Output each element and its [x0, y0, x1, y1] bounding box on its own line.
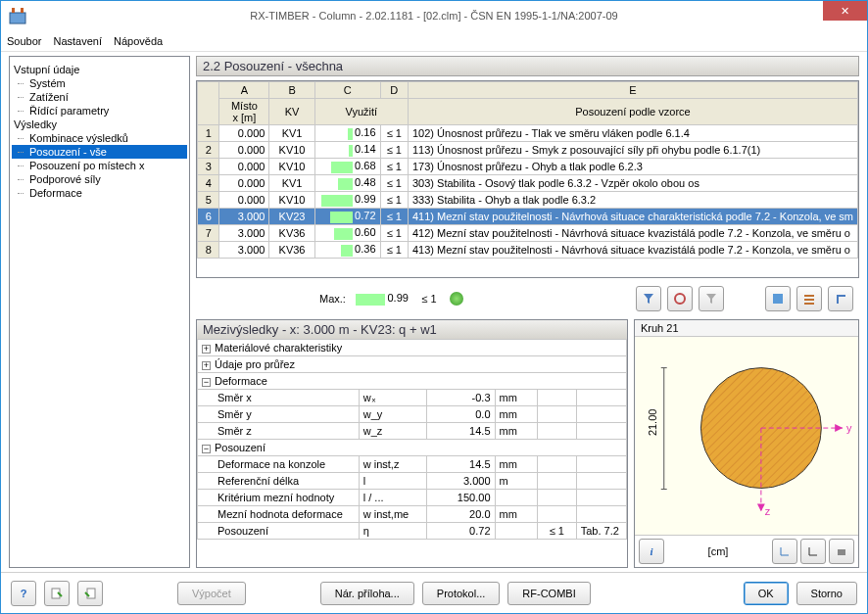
panel-title: 2.2 Posouzení - všechna: [196, 56, 859, 76]
results-grid[interactable]: A B C D E Místox [m] KV Využití Posouzen…: [196, 80, 859, 278]
col-location: Místox [m]: [219, 99, 269, 125]
ok-icon: [450, 292, 463, 306]
export-button-2[interactable]: [77, 581, 103, 606]
info-button[interactable]: i: [639, 539, 664, 564]
view-button-1[interactable]: [765, 286, 791, 311]
help-button[interactable]: ?: [11, 581, 36, 606]
max-label: Max.:: [319, 293, 346, 305]
detail-row: Směr yw_y0.0mm: [198, 406, 627, 423]
filter-button-2[interactable]: [667, 286, 693, 311]
summary-row: Max.: 0.99 ≤ 1: [196, 282, 859, 315]
tree-item-deformations[interactable]: Deformace: [12, 186, 187, 200]
table-row[interactable]: 50.000KV100.99≤ 1333) Stabilita - Ohyb a…: [198, 192, 858, 209]
tree-item-assessment-x[interactable]: Posouzení po místech x: [12, 159, 187, 172]
svg-rect-0: [10, 13, 25, 24]
svg-rect-4: [773, 294, 783, 304]
svg-point-3: [675, 294, 685, 304]
menubar: Soubor Nastavení Nápověda: [1, 30, 867, 52]
close-button[interactable]: ✕: [823, 1, 867, 21]
table-row[interactable]: 83.000KV360.36≤ 1413) Mezní stav použite…: [198, 242, 858, 259]
expand-geometry-icon[interactable]: +: [202, 361, 211, 370]
tree-group-input[interactable]: Vstupní údaje: [12, 63, 187, 76]
menu-file[interactable]: Soubor: [7, 35, 41, 47]
view-button-3[interactable]: [828, 286, 853, 311]
filter-button-3[interactable]: [699, 286, 724, 311]
menu-help[interactable]: Nápověda: [114, 35, 163, 47]
svg-rect-7: [804, 303, 814, 305]
detail-row: Směr zw_z14.5mm: [198, 423, 627, 440]
svg-text:z: z: [765, 505, 771, 517]
detail-row: Deformace na konzolew inst,z14.5mm: [198, 456, 627, 473]
details-panel: Mezivýsledky - x: 3.000 m - KV23: q + w1…: [196, 319, 628, 568]
viewer-title: Kruh 21: [635, 320, 858, 337]
detail-row: Referenční délkal3.000m: [198, 473, 627, 490]
table-row[interactable]: 10.000KV10.16≤ 1102) Únosnost průřezu - …: [198, 125, 858, 142]
tree-item-assessment-all[interactable]: Posouzení - vše: [12, 145, 187, 159]
diameter-label: 21.00: [647, 409, 658, 436]
expand-deformation-icon[interactable]: −: [202, 378, 211, 387]
svg-rect-20: [838, 549, 845, 555]
view-button-2[interactable]: [796, 286, 822, 311]
col-use: Využití: [314, 99, 408, 125]
protocol-button[interactable]: Protokol...: [422, 582, 501, 605]
tree-item-system[interactable]: Systém: [12, 76, 187, 90]
table-row[interactable]: 63.000KV230.72≤ 1411) Mezní stav použite…: [198, 209, 858, 225]
detail-row: Posouzeníη0.72≤ 1Tab. 7.2: [198, 523, 627, 540]
expand-material-icon[interactable]: +: [202, 345, 211, 354]
ok-button[interactable]: OK: [744, 582, 789, 605]
tree-item-load[interactable]: Zatížení: [12, 90, 187, 104]
svg-rect-6: [804, 299, 814, 301]
detail-row: Směr xwₓ-0.3mm: [198, 390, 627, 406]
section-canvas[interactable]: 21.00 y z: [635, 337, 858, 535]
window-title: RX-TIMBER - Column - 2.02.1181 - [02.clm…: [250, 10, 617, 22]
svg-marker-15: [835, 424, 843, 432]
app-icon: [9, 7, 26, 24]
menu-settings[interactable]: Nastavení: [53, 35, 102, 47]
national-annex-button[interactable]: Nár. příloha...: [320, 582, 414, 605]
expand-assessment-icon[interactable]: −: [202, 445, 211, 453]
detail-row: Kritérium mezní hodnotyl / ...150.00: [198, 490, 627, 506]
dimension-button[interactable]: [800, 539, 826, 564]
table-row[interactable]: 73.000KV360.60≤ 1412) Mezní stav použite…: [198, 225, 858, 242]
cancel-button[interactable]: Storno: [796, 582, 857, 605]
detail-row: Mezní hodnota deformacew inst,me20.0mm: [198, 506, 627, 523]
section-viewer: Kruh 21 21.00 y z i: [634, 319, 859, 568]
print-section-button[interactable]: [829, 539, 854, 564]
export-button-1[interactable]: [44, 581, 70, 606]
col-formula: Posouzení podle vzorce: [409, 99, 858, 125]
viewer-unit: [cm]: [708, 545, 729, 557]
nav-tree: Vstupní údaje Systém Zatížení Řídící par…: [9, 56, 190, 568]
bottom-bar: ? Výpočet Nár. příloha... Protokol... RF…: [1, 572, 867, 613]
calc-button[interactable]: Výpočet: [177, 582, 246, 605]
filter-button-1[interactable]: [636, 286, 661, 311]
table-row[interactable]: 20.000KV100.14≤ 1113) Únosnost průřezu -…: [198, 142, 858, 159]
details-title: Mezivýsledky - x: 3.000 m - KV23: q + w1: [197, 320, 627, 339]
svg-marker-18: [757, 503, 765, 511]
table-row[interactable]: 30.000KV100.68≤ 1173) Únosnost průřezu -…: [198, 159, 858, 175]
svg-text:y: y: [846, 422, 852, 434]
tree-item-params[interactable]: Řídící parametry: [12, 104, 187, 118]
tree-item-combinations[interactable]: Kombinace výsledků: [12, 131, 187, 145]
svg-rect-2: [21, 8, 24, 13]
table-row[interactable]: 40.000KV10.48≤ 1303) Stabilita - Osový t…: [198, 175, 858, 192]
svg-rect-5: [804, 295, 814, 297]
tree-item-support-forces[interactable]: Podporové síly: [12, 172, 187, 186]
tree-group-results[interactable]: Výsledky: [12, 118, 187, 131]
axes-button[interactable]: [772, 539, 797, 564]
titlebar: RX-TIMBER - Column - 2.02.1181 - [02.clm…: [1, 1, 867, 30]
col-kv: KV: [269, 99, 314, 125]
rfcombi-button[interactable]: RF-COMBI: [507, 582, 590, 605]
svg-rect-1: [12, 8, 15, 13]
